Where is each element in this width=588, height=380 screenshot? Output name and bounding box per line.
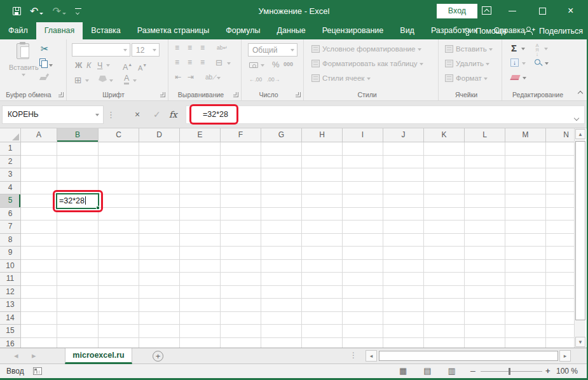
grid-cell-d8[interactable]	[139, 234, 180, 247]
font-name-combobox[interactable]	[72, 43, 130, 57]
grid-cell-b3[interactable]	[57, 168, 99, 182]
find-select-button[interactable]	[534, 58, 542, 67]
grid-cell-c12[interactable]	[99, 286, 139, 299]
grid-cell-a5[interactable]	[21, 194, 57, 208]
grid-cell-n5[interactable]	[546, 194, 574, 208]
autosum-dropdown-icon[interactable]	[521, 48, 525, 50]
grid-cell-a4[interactable]	[21, 182, 57, 195]
sort-filter-button[interactable]: А Я↓	[534, 43, 540, 57]
grid-cell-j8[interactable]	[383, 234, 424, 247]
grid-cell-l2[interactable]	[465, 156, 505, 169]
insert-function-button[interactable]: fx	[169, 106, 177, 123]
insert-cells-button[interactable]: Вставить	[445, 43, 493, 55]
fill-button[interactable]: ↓	[510, 58, 519, 67]
find-dropdown-icon[interactable]	[545, 62, 549, 65]
grid-cell-d14[interactable]	[139, 312, 180, 325]
ribbon-tab-page-layout[interactable]: Разметка страницы	[129, 22, 217, 39]
grid-cell-d16[interactable]	[139, 338, 180, 348]
grid-cell-f6[interactable]	[221, 208, 261, 221]
vertical-scrollbar[interactable]: ▲ ▼	[574, 128, 585, 348]
grid-cell-j11[interactable]	[383, 273, 424, 286]
grid-cell-h12[interactable]	[302, 286, 343, 299]
grid-cell-l16[interactable]	[465, 338, 505, 348]
row-header-14[interactable]: 14	[0, 312, 21, 325]
scroll-down-icon[interactable]: ▼	[575, 337, 585, 347]
font-size-combobox[interactable]: 12	[132, 43, 160, 57]
grid-cell-c5[interactable]	[99, 194, 139, 208]
grid-cell-n14[interactable]	[546, 312, 574, 325]
minimize-button[interactable]	[509, 11, 516, 11]
grid-cell-m12[interactable]	[505, 286, 546, 299]
grid-cell-i9[interactable]	[343, 247, 383, 260]
grid-cell-a6[interactable]	[21, 208, 57, 221]
column-header-d[interactable]: D	[139, 128, 180, 142]
grid-cell-l11[interactable]	[465, 273, 505, 286]
grid-cell-a7[interactable]	[21, 221, 57, 234]
row-header-1[interactable]: 1	[0, 142, 21, 156]
next-sheet-icon[interactable]: ▸	[32, 348, 36, 364]
cut-button[interactable]: ✂	[41, 44, 49, 53]
maximize-button[interactable]	[539, 8, 546, 15]
font-color-button[interactable]: А	[124, 74, 129, 85]
row-header-13[interactable]: 13	[0, 299, 21, 312]
zoom-out-button[interactable]: –	[470, 364, 475, 377]
grid-cell-m11[interactable]	[505, 273, 546, 286]
ribbon-tab-home[interactable]: Главная	[36, 22, 83, 39]
grid-cell-a2[interactable]	[21, 156, 57, 169]
grid-cell-d4[interactable]	[139, 182, 180, 195]
row-header-7[interactable]: 7	[0, 221, 21, 234]
grid-cell-i4[interactable]	[343, 182, 383, 195]
column-header-i[interactable]: I	[343, 128, 383, 142]
grid-cell-j6[interactable]	[383, 208, 424, 221]
grid-cell-m9[interactable]	[505, 247, 546, 260]
grid-cell-b16[interactable]	[57, 338, 99, 348]
sign-in-button[interactable]: Вход	[437, 4, 477, 18]
alignment-dialog-launcher-icon[interactable]	[233, 92, 238, 97]
cell-styles-button[interactable]: Стили ячеек	[311, 72, 371, 84]
grid-cell-f5[interactable]	[221, 194, 261, 208]
grid-cell-g13[interactable]	[261, 299, 302, 312]
grid-cell-m1[interactable]	[505, 142, 546, 156]
grid-cell-j12[interactable]	[383, 286, 424, 299]
grid-cell-k5[interactable]	[424, 194, 465, 208]
row-header-5[interactable]: 5	[0, 194, 21, 208]
comma-style-button[interactable]: 000	[284, 61, 293, 67]
grid-cell-h14[interactable]	[302, 312, 343, 325]
grid-cell-c11[interactable]	[99, 273, 139, 286]
grid-cell-e9[interactable]	[180, 247, 221, 260]
clear-button[interactable]	[510, 75, 520, 80]
grid-cell-n3[interactable]	[546, 168, 574, 182]
grid-cell-g14[interactable]	[261, 312, 302, 325]
borders-dropdown-icon[interactable]	[85, 79, 89, 82]
grid-cell-k6[interactable]	[424, 208, 465, 221]
grid-cell-d15[interactable]	[139, 325, 180, 338]
grid-cell-h2[interactable]	[302, 156, 343, 169]
grid-cell-a15[interactable]	[21, 325, 57, 338]
grid-cell-f1[interactable]	[221, 142, 261, 156]
grid-cell-m14[interactable]	[505, 312, 546, 325]
shrink-font-button[interactable]: А▼	[138, 60, 147, 74]
grid-cell-l9[interactable]	[465, 247, 505, 260]
grid-cell-m6[interactable]	[505, 208, 546, 221]
grid-cell-j10[interactable]	[383, 260, 424, 273]
bold-button[interactable]: Ж	[75, 60, 82, 71]
grid-cell-i2[interactable]	[343, 156, 383, 169]
prev-sheet-icon[interactable]: ◂	[14, 348, 18, 364]
font-color-dropdown-icon[interactable]	[133, 79, 137, 82]
grid-cell-m15[interactable]	[505, 325, 546, 338]
grid-cell-e2[interactable]	[180, 156, 221, 169]
grid-cell-a9[interactable]	[21, 247, 57, 260]
grid-cell-k8[interactable]	[424, 234, 465, 247]
grid-cell-n7[interactable]	[546, 221, 574, 234]
grid-cell-e6[interactable]	[180, 208, 221, 221]
grid-cell-a3[interactable]	[21, 168, 57, 182]
grid-cell-n4[interactable]	[546, 182, 574, 195]
grid-cell-k13[interactable]	[424, 299, 465, 312]
grid-cell-e7[interactable]	[180, 221, 221, 234]
fill-color-dropdown-icon[interactable]	[109, 79, 113, 82]
zoom-slider-track[interactable]	[481, 371, 542, 372]
grid-cell-k2[interactable]	[424, 156, 465, 169]
align-left-button[interactable]: ≡	[175, 58, 179, 67]
grid-cell-b14[interactable]	[57, 312, 99, 325]
grid-cell-a13[interactable]	[21, 299, 57, 312]
